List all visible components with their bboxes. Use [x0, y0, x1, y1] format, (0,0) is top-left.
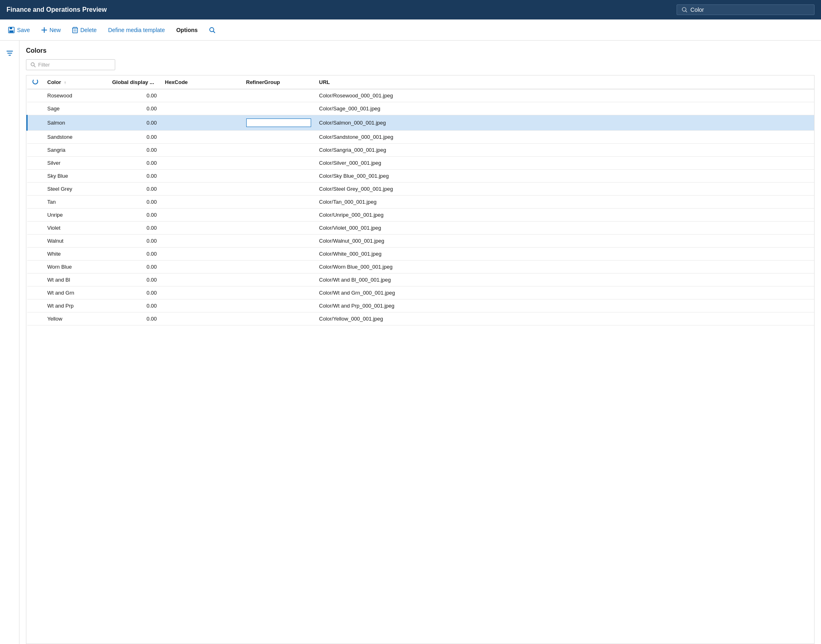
table-row[interactable]: Tan0.00Color/Tan_000_001.jpeg — [27, 196, 815, 209]
row-hexcode — [161, 261, 242, 274]
row-check-cell — [27, 89, 43, 102]
table-row[interactable]: Worn Blue0.00Color/Worn Blue_000_001.jpe… — [27, 261, 815, 274]
row-hexcode — [161, 131, 242, 144]
svg-point-17 — [31, 63, 34, 66]
row-url: Color/Worn Blue_000_001.jpeg — [315, 261, 815, 274]
colors-table-container[interactable]: Color ↑ Global display ... HexCode Refin… — [26, 75, 815, 644]
colors-table: Color ↑ Global display ... HexCode Refin… — [26, 75, 814, 325]
row-check-cell — [27, 102, 43, 115]
row-refiner-group — [242, 248, 315, 261]
row-refiner-group — [242, 209, 315, 222]
row-hexcode — [161, 102, 242, 115]
row-hexcode — [161, 209, 242, 222]
filter-input[interactable] — [38, 62, 111, 68]
row-global-display: 0.00 — [108, 248, 161, 261]
filter-toggle-button[interactable] — [4, 47, 16, 60]
row-refiner-group — [242, 102, 315, 115]
row-refiner-group — [242, 312, 315, 325]
filter-input-wrap[interactable] — [26, 59, 115, 70]
row-global-display: 0.00 — [108, 222, 161, 235]
table-row[interactable]: White0.00Color/White_000_001.jpeg — [27, 248, 815, 261]
row-global-display: 0.00 — [108, 170, 161, 183]
section-title: Colors — [26, 47, 815, 54]
table-row[interactable]: Violet0.00Color/Violet_000_001.jpeg — [27, 222, 815, 235]
options-label: Options — [176, 27, 198, 33]
row-hexcode — [161, 89, 242, 102]
row-refiner-group[interactable] — [242, 115, 315, 131]
row-refiner-group — [242, 286, 315, 299]
row-refiner-group — [242, 131, 315, 144]
row-color: Wt and Bl — [43, 274, 108, 286]
table-row[interactable]: Sandstone0.00Color/Sandstone_000_001.jpe… — [27, 131, 815, 144]
table-row[interactable]: Sky Blue0.00Color/Sky Blue_000_001.jpeg — [27, 170, 815, 183]
row-check-cell — [27, 286, 43, 299]
row-global-display: 0.00 — [108, 312, 161, 325]
svg-rect-7 — [73, 28, 77, 33]
row-global-display: 0.00 — [108, 196, 161, 209]
col-header-color[interactable]: Color ↑ — [43, 75, 108, 89]
row-url: Color/Steel Grey_000_001.jpeg — [315, 183, 815, 196]
row-check-cell — [27, 261, 43, 274]
col-header-global[interactable]: Global display ... — [108, 75, 161, 89]
col-header-hexcode[interactable]: HexCode — [161, 75, 242, 89]
row-check-cell — [27, 183, 43, 196]
table-row[interactable]: Walnut0.00Color/Walnut_000_001.jpeg — [27, 235, 815, 248]
toolbar-search-button[interactable] — [204, 24, 220, 36]
row-check-cell — [27, 222, 43, 235]
table-row[interactable]: Wt and Prp0.00Color/Wt and Prp_000_001.j… — [27, 299, 815, 312]
row-refiner-group — [242, 299, 315, 312]
table-row[interactable]: Silver0.00Color/Silver_000_001.jpeg — [27, 157, 815, 170]
delete-button[interactable]: Delete — [67, 24, 101, 36]
row-color: Sangria — [43, 144, 108, 157]
row-hexcode — [161, 196, 242, 209]
row-hexcode — [161, 157, 242, 170]
row-hexcode — [161, 183, 242, 196]
refresh-icon[interactable] — [32, 79, 38, 84]
table-row[interactable]: Salmon0.00Color/Salmon_000_001.jpeg — [27, 115, 815, 131]
row-hexcode — [161, 235, 242, 248]
row-url: Color/Salmon_000_001.jpeg — [315, 115, 815, 131]
refiner-group-input[interactable] — [246, 118, 311, 127]
row-color: Sky Blue — [43, 170, 108, 183]
table-row[interactable]: Wt and Grn0.00Color/Wt and Grn_000_001.j… — [27, 286, 815, 299]
row-refiner-group — [242, 170, 315, 183]
row-check-cell — [27, 312, 43, 325]
table-row[interactable]: Sangria0.00Color/Sangria_000_001.jpeg — [27, 144, 815, 157]
row-check-cell — [27, 170, 43, 183]
row-url: Color/Violet_000_001.jpeg — [315, 222, 815, 235]
row-color: Steel Grey — [43, 183, 108, 196]
new-button[interactable]: New — [37, 24, 66, 36]
col-header-url[interactable]: URL — [315, 75, 815, 89]
table-row[interactable]: Unripe0.00Color/Unripe_000_001.jpeg — [27, 209, 815, 222]
row-global-display: 0.00 — [108, 157, 161, 170]
row-global-display: 0.00 — [108, 274, 161, 286]
row-global-display: 0.00 — [108, 235, 161, 248]
row-refiner-group — [242, 89, 315, 102]
row-global-display: 0.00 — [108, 89, 161, 102]
row-hexcode — [161, 144, 242, 157]
row-global-display: 0.00 — [108, 261, 161, 274]
row-global-display: 0.00 — [108, 131, 161, 144]
table-row[interactable]: Rosewood0.00Color/Rosewood_000_001.jpeg — [27, 89, 815, 102]
table-row[interactable]: Yellow0.00Color/Yellow_000_001.jpeg — [27, 312, 815, 325]
options-button[interactable]: Options — [171, 24, 202, 36]
row-color: Worn Blue — [43, 261, 108, 274]
row-hexcode — [161, 115, 242, 131]
row-refiner-group — [242, 222, 315, 235]
row-check-cell — [27, 144, 43, 157]
row-color: Walnut — [43, 235, 108, 248]
row-url: Color/Tan_000_001.jpeg — [315, 196, 815, 209]
row-url: Color/Wt and Grn_000_001.jpeg — [315, 286, 815, 299]
row-global-display: 0.00 — [108, 144, 161, 157]
save-button[interactable]: Save — [3, 24, 35, 36]
row-url: Color/White_000_001.jpeg — [315, 248, 815, 261]
define-media-button[interactable]: Define media template — [103, 24, 170, 36]
search-input[interactable] — [690, 6, 809, 13]
col-header-refiner[interactable]: RefinerGroup — [242, 75, 315, 89]
col-header-check[interactable] — [27, 75, 43, 89]
table-row[interactable]: Sage0.00Color/Sage_000_001.jpeg — [27, 102, 815, 115]
table-row[interactable]: Steel Grey0.00Color/Steel Grey_000_001.j… — [27, 183, 815, 196]
table-row[interactable]: Wt and Bl0.00Color/Wt and Bl_000_001.jpe… — [27, 274, 815, 286]
global-search[interactable] — [677, 4, 815, 15]
row-check-cell — [27, 209, 43, 222]
